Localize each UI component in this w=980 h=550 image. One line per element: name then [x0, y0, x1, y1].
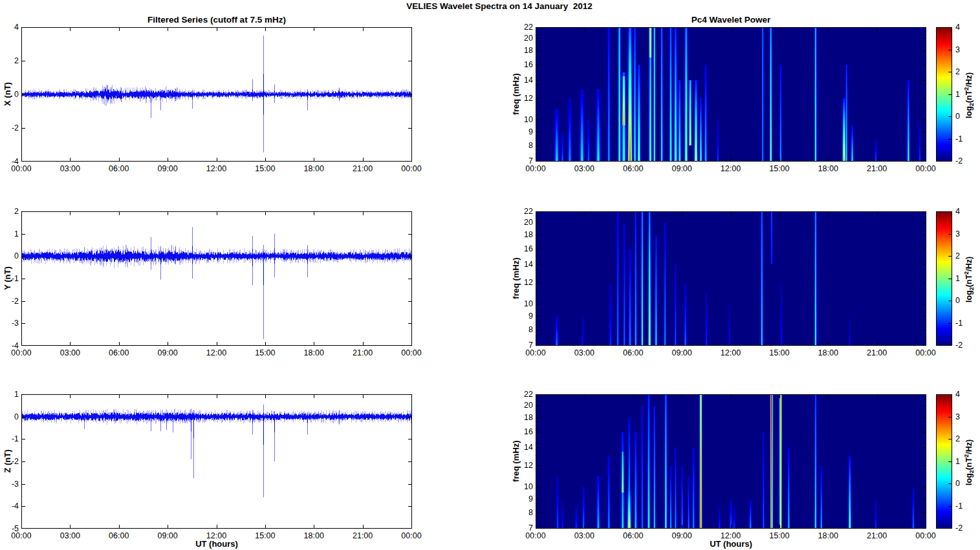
y-tick-label: 16	[514, 244, 533, 253]
x-tick-label: 03:00	[568, 164, 600, 173]
timeseries-panel-x	[21, 27, 412, 162]
x-tick-label: 18:00	[812, 531, 844, 540]
y-tick-label: 10	[514, 115, 533, 124]
y-tick-label: -1	[0, 274, 19, 283]
left-column-title: Filtered Series (cutoff at 7.5 mHz)	[23, 15, 411, 25]
y-tick-label: 2	[0, 207, 19, 216]
right-column-title: Pc4 Wavelet Power	[537, 15, 925, 25]
colorbar-tick-label: -2	[955, 524, 974, 533]
x-tick-label: 09:00	[666, 164, 698, 173]
timeseries-x-canvas	[21, 27, 412, 162]
spectrogram-panel-x	[536, 27, 926, 162]
x-tick-label: 09:00	[666, 531, 698, 540]
colorbar-tick-label: -1	[955, 134, 974, 143]
colorbar-tick-label: 4	[955, 23, 974, 32]
x-tick-label: 06:00	[103, 164, 135, 173]
y-tick-label: 9	[514, 127, 533, 136]
timeseries-z-canvas	[21, 394, 412, 529]
x-tick-label: 12:00	[715, 348, 747, 357]
spectrogram-y-canvas	[536, 211, 926, 346]
y-tick-label: 10	[514, 482, 533, 491]
x-tick-label: 15:00	[249, 164, 281, 173]
colorbar-tick-label: -1	[955, 502, 974, 511]
y-tick-label: 0	[0, 412, 19, 421]
x-tick-label: 18:00	[298, 348, 330, 357]
colorbar-tick-label: 2	[955, 67, 974, 76]
colorbar-tick-label: 0	[955, 112, 974, 121]
colorbar-x-canvas	[936, 27, 952, 162]
colorbar-x	[936, 27, 952, 162]
x-tick-label: 03:00	[568, 531, 600, 540]
x-tick-label: 00:00	[5, 164, 38, 173]
y-tick-label: 16	[514, 427, 533, 436]
x-tick-label: 18:00	[298, 164, 330, 173]
colorbar-tick-label: 2	[955, 251, 974, 260]
colorbar-tick-label: 4	[955, 390, 974, 399]
x-tick-label: 06:00	[103, 531, 135, 540]
y-tick-label: 9	[514, 494, 533, 503]
y-tick-label: 12	[514, 278, 533, 287]
y-tick-label: 20	[514, 218, 533, 227]
y-tick-label: 2	[0, 56, 19, 65]
y-tick-label: 20	[514, 401, 533, 410]
y-tick-label: -3	[0, 480, 19, 489]
timeseries-panel-z	[21, 394, 412, 529]
spectrogram-panel-y	[536, 211, 926, 346]
y-tick-label: -2	[0, 457, 19, 466]
x-tick-label: 00:00	[519, 531, 552, 540]
colorbar-y-canvas	[936, 211, 952, 346]
y-tick-label: 1	[0, 229, 19, 238]
x-tick-label: 00:00	[395, 164, 428, 173]
x-tick-label: 00:00	[5, 531, 38, 540]
y-tick-label: 4	[0, 23, 19, 32]
colorbar-tick-label: 1	[955, 274, 974, 283]
x-tick-label: 06:00	[103, 348, 135, 357]
colorbar-tick-label: 3	[955, 229, 974, 238]
x-tick-label: 21:00	[861, 531, 893, 540]
y-tick-label: 8	[514, 325, 533, 334]
y-tick-label: -2	[0, 123, 19, 132]
x-tick-label: 12:00	[201, 531, 233, 540]
timeseries-panel-y	[21, 211, 412, 346]
y-tick-label: 14	[514, 260, 533, 269]
x-tick-label: 03:00	[54, 531, 86, 540]
y-tick-label: 14	[514, 443, 533, 452]
x-tick-label: 00:00	[519, 164, 552, 173]
colorbar-tick-label: 3	[955, 412, 974, 421]
x-tick-label: 06:00	[617, 164, 649, 173]
x-tick-label: 12:00	[201, 164, 233, 173]
x-tick-label: 09:00	[151, 531, 184, 540]
y-tick-label: 0	[0, 90, 19, 99]
colorbar-tick-label: 2	[955, 434, 974, 443]
y-tick-label: 12	[514, 461, 533, 470]
colorbar-tick-label: 3	[955, 45, 974, 54]
x-tick-label: 15:00	[763, 531, 796, 540]
x-tick-label: 00:00	[909, 531, 942, 540]
y-tick-label: 10	[514, 299, 533, 308]
x-tick-label: 15:00	[249, 531, 281, 540]
x-tick-label: 21:00	[861, 348, 893, 357]
y-tick-label: 8	[514, 508, 533, 517]
colorbar-tick-label: -1	[955, 319, 974, 328]
colorbar-y	[936, 211, 952, 346]
colorbar-z-canvas	[936, 394, 952, 529]
colorbar-tick-label: 4	[955, 207, 974, 216]
y-tick-label: 8	[514, 141, 533, 150]
y-tick-label: 14	[514, 76, 533, 85]
x-tick-label: 09:00	[151, 164, 184, 173]
y-tick-label: 18	[514, 46, 533, 55]
y-tick-label: 0	[0, 251, 19, 260]
xlabel-ut-left: UT (hours)	[152, 539, 281, 549]
x-tick-label: 00:00	[519, 348, 552, 357]
y-tick-label: -2	[0, 297, 19, 306]
x-tick-label: 03:00	[54, 164, 86, 173]
x-tick-label: 03:00	[54, 348, 86, 357]
x-tick-label: 18:00	[298, 531, 330, 540]
x-tick-label: 00:00	[395, 531, 428, 540]
x-tick-label: 21:00	[347, 531, 379, 540]
x-tick-label: 15:00	[763, 348, 796, 357]
y-tick-label: 9	[514, 312, 533, 321]
x-tick-label: 21:00	[347, 348, 379, 357]
spectrogram-x-canvas	[536, 27, 926, 162]
x-tick-label: 00:00	[909, 164, 942, 173]
